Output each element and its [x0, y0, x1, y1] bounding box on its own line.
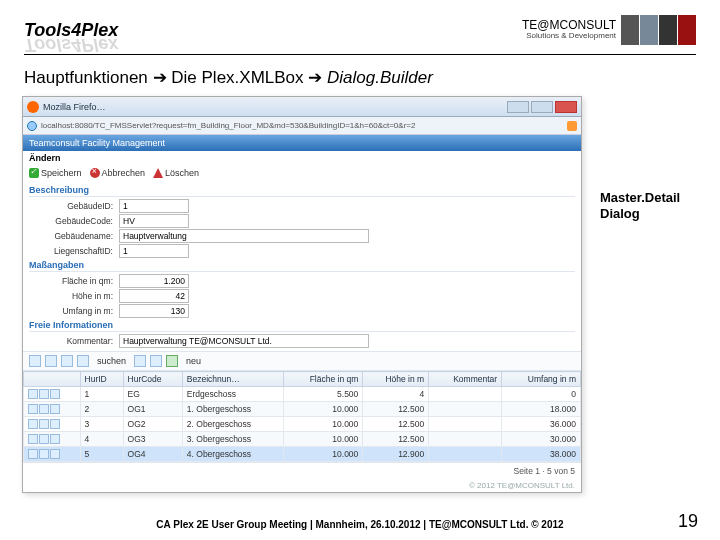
cell: 2: [80, 402, 123, 417]
cell: 12.500: [363, 432, 429, 447]
cell: [429, 402, 502, 417]
input-umfang[interactable]: [119, 304, 189, 318]
label-umfang: Umfang in m:: [29, 306, 119, 316]
cell: 18.000: [502, 402, 581, 417]
cell: 36.000: [502, 417, 581, 432]
cell: 4. Obergeschoss: [182, 447, 283, 462]
cell: 4: [80, 432, 123, 447]
row-action-icon[interactable]: [50, 434, 60, 444]
col-header[interactable]: Kommentar: [429, 372, 502, 387]
col-header[interactable]: Umfang in m: [502, 372, 581, 387]
slide-title: Hauptfunktionen ➔ Die Plex.XMLBox ➔ Dial…: [0, 63, 720, 96]
address-bar: localhost:8080/TC_FMSServlet?request=fm_…: [23, 117, 581, 135]
header-divider: [24, 54, 696, 55]
check-icon: [29, 168, 39, 178]
search-icon[interactable]: [567, 121, 577, 131]
grid-icon-2[interactable]: [45, 355, 57, 367]
cell: 12.900: [363, 447, 429, 462]
table-row[interactable]: 1EGErdgeschoss5.50040: [24, 387, 581, 402]
grid-icon-3[interactable]: [61, 355, 73, 367]
cell: Erdgeschoss: [182, 387, 283, 402]
grid-toolbar: suchen neu: [23, 351, 581, 371]
detail-grid: HurIDHurCodeBezeichnun…Fläche in qmHöhe …: [23, 371, 581, 462]
cell: 10.000: [283, 447, 363, 462]
col-header[interactable]: [24, 372, 81, 387]
table-row[interactable]: 3OG22. Obergeschoss10.00012.50036.000: [24, 417, 581, 432]
cell: 1. Obergeschoss: [182, 402, 283, 417]
row-action-icon[interactable]: [28, 419, 38, 429]
globe-icon: [27, 121, 37, 131]
section-measure: Maßangaben: [29, 260, 575, 272]
col-header[interactable]: Bezeichnun…: [182, 372, 283, 387]
label-liegenschaft: LiegenschaftID:: [29, 246, 119, 256]
cell: EG: [123, 387, 182, 402]
delete-button[interactable]: Löschen: [153, 168, 199, 178]
section-free: Freie Informationen: [29, 320, 575, 332]
cell: 1: [80, 387, 123, 402]
row-action-icon[interactable]: [28, 434, 38, 444]
input-gebaeudename[interactable]: [119, 229, 369, 243]
row-action-icon[interactable]: [39, 404, 49, 414]
window-close[interactable]: [555, 101, 577, 113]
cell: 10.000: [283, 432, 363, 447]
input-flaeche[interactable]: [119, 274, 189, 288]
save-button[interactable]: Speichern: [29, 168, 82, 178]
window-minimize[interactable]: [507, 101, 529, 113]
logo-teamconsult: TE@MCONSULT Solutions & Development: [522, 15, 696, 45]
cell: OG1: [123, 402, 182, 417]
cell: 3. Obergeschoss: [182, 432, 283, 447]
table-row[interactable]: 5OG44. Obergeschoss10.00012.90038.000: [24, 447, 581, 462]
cell: [429, 417, 502, 432]
label-flaeche: Fläche in qm:: [29, 276, 119, 286]
input-liegenschaft[interactable]: [119, 244, 189, 258]
col-header[interactable]: HurCode: [123, 372, 182, 387]
cell: 3: [80, 417, 123, 432]
grid-icon-new[interactable]: [166, 355, 178, 367]
row-action-icon[interactable]: [28, 404, 38, 414]
row-action-icon[interactable]: [50, 389, 60, 399]
row-action-icon[interactable]: [39, 449, 49, 459]
input-kommentar[interactable]: [119, 334, 369, 348]
grid-icon-search[interactable]: [77, 355, 89, 367]
cell: 4: [363, 387, 429, 402]
annotation-master-detail: Master.DetailDialog: [600, 190, 680, 221]
row-action-icon[interactable]: [39, 419, 49, 429]
window-maximize[interactable]: [531, 101, 553, 113]
input-gebaeudeid[interactable]: [119, 199, 189, 213]
col-header[interactable]: Fläche in qm: [283, 372, 363, 387]
row-action-icon[interactable]: [39, 434, 49, 444]
cell: 2. Obergeschoss: [182, 417, 283, 432]
grid-new-label[interactable]: neu: [186, 356, 201, 366]
cell: [429, 447, 502, 462]
cancel-icon: [90, 168, 100, 178]
cell: [429, 432, 502, 447]
row-action-icon[interactable]: [28, 449, 38, 459]
delete-icon: [153, 168, 163, 178]
firefox-icon: [27, 101, 39, 113]
label-hoehe: Höhe in m:: [29, 291, 119, 301]
col-header[interactable]: HurID: [80, 372, 123, 387]
grid-icon-export[interactable]: [134, 355, 146, 367]
label-gebaeudeid: GebäudeID:: [29, 201, 119, 211]
window-title: Mozilla Firefo…: [43, 102, 503, 112]
grid-icon-1[interactable]: [29, 355, 41, 367]
grid-search-label[interactable]: suchen: [97, 356, 126, 366]
cell: 12.500: [363, 417, 429, 432]
browser-window: Mozilla Firefo… localhost:8080/TC_FMSSer…: [22, 96, 582, 493]
url-field[interactable]: localhost:8080/TC_FMSServlet?request=fm_…: [41, 121, 563, 130]
table-row[interactable]: 2OG11. Obergeschoss10.00012.50018.000: [24, 402, 581, 417]
row-action-icon[interactable]: [50, 419, 60, 429]
row-action-icon[interactable]: [28, 389, 38, 399]
grid-icon-refresh[interactable]: [150, 355, 162, 367]
pager: Seite 1 · 5 von 5: [23, 462, 581, 479]
cancel-button[interactable]: Abbrechen: [90, 168, 146, 178]
cell: 30.000: [502, 432, 581, 447]
col-header[interactable]: Höhe in m: [363, 372, 429, 387]
table-row[interactable]: 4OG33. Obergeschoss10.00012.50030.000: [24, 432, 581, 447]
row-action-icon[interactable]: [50, 404, 60, 414]
input-hoehe[interactable]: [119, 289, 189, 303]
row-action-icon[interactable]: [50, 449, 60, 459]
row-action-icon[interactable]: [39, 389, 49, 399]
input-gebaeudecode[interactable]: [119, 214, 189, 228]
page-copyright: © 2012 TE@MCONSULT Ltd.: [23, 479, 581, 492]
